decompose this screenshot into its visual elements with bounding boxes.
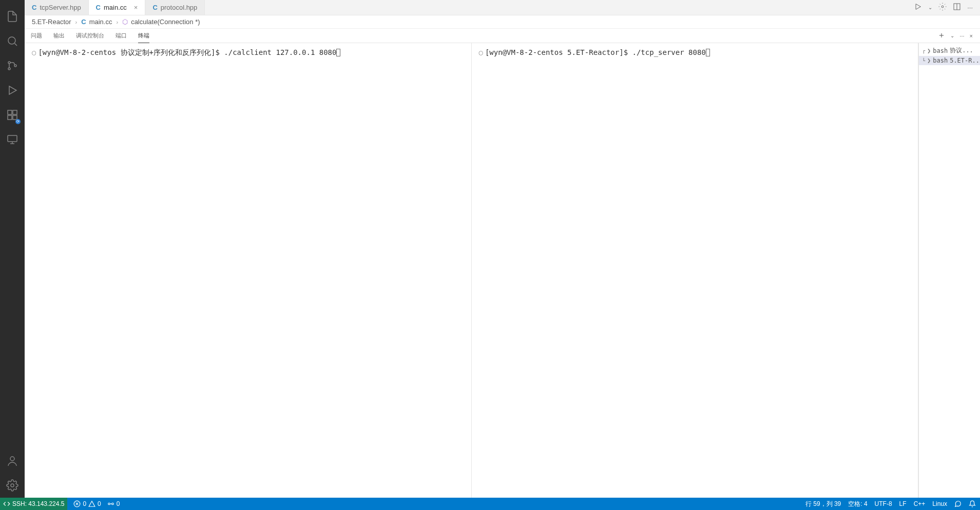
tab-output[interactable]: 输出 [53,29,65,43]
svg-point-25 [112,503,114,505]
terminal-cursor [336,49,340,56]
terminal-label: 5.ET-R... [950,57,980,64]
svg-rect-7 [13,110,17,114]
svg-rect-6 [8,110,12,114]
breadcrumb-folder[interactable]: 5.ET-Reactor [32,18,71,26]
status-language[interactable]: C++ [914,500,926,507]
status-cursor[interactable]: 行 59，列 39 [805,500,841,508]
terminal-body: ○[wyn@VM-8-2-centos 协议定制+序列化和反序列化]$ ./ca… [25,43,980,498]
breadcrumb-file[interactable]: main.cc [89,18,112,26]
svg-point-3 [8,68,10,70]
cpp-file-icon: C [96,4,101,11]
remote-explorer-icon[interactable] [0,127,25,152]
tab-label: tcpServer.hpp [40,4,81,11]
svg-point-2 [8,62,10,64]
main-area: C tcpServer.hpp C main.cc × C protocol.h… [25,0,980,498]
new-terminal-icon[interactable] [938,32,945,40]
tab-ports[interactable]: 端口 [116,29,127,43]
tab-terminal[interactable]: 终端 [138,29,149,43]
tab-main[interactable]: C main.cc × [89,0,146,15]
chevron-down-icon[interactable]: ⌄ [950,33,954,38]
status-os[interactable]: Linux [932,500,947,507]
more-icon[interactable]: ··· [967,4,973,11]
terminal-sidebar-item[interactable]: └ ❯ bash 5.ET-R... [919,56,980,65]
terminal-label: 协议... [950,46,973,55]
split-editor-icon[interactable] [953,3,961,12]
run-icon[interactable] [914,3,922,12]
tab-problems[interactable]: 问题 [31,29,42,43]
tree-branch-icon: ┌ [922,48,925,53]
breadcrumb-symbol[interactable]: calculate(Connection *) [131,18,200,26]
bash-icon: ❯ [927,57,931,64]
panel: 问题 输出 调试控制台 端口 终端 ⌄ ··· × ○[wyn@VM-8-2-c… [25,29,980,498]
svg-point-24 [108,503,110,505]
terminal-name: bash [933,57,948,64]
svg-point-16 [941,6,944,8]
feedback-icon[interactable] [954,500,962,507]
source-control-icon[interactable] [0,53,25,78]
cpp-file-icon: C [32,4,36,11]
tree-branch-icon: └ [922,58,925,64]
terminal-prompt: [wyn@VM-8-2-centos 协议定制+序列化和反序列化]$ [38,48,224,56]
svg-point-4 [14,65,16,67]
editor-actions: ⌄ ··· [914,0,980,15]
settings-gear-icon[interactable] [0,473,25,498]
tab-tcpserver[interactable]: C tcpServer.hpp [25,0,89,15]
run-debug-icon[interactable] [0,78,25,103]
svg-point-14 [11,484,14,487]
terminal-name: bash [933,47,948,54]
warning-count: 0 [98,500,101,507]
tab-debug-console[interactable]: 调试控制台 [76,29,104,43]
tab-protocol[interactable]: C protocol.hpp [145,0,205,15]
notifications-icon[interactable] [969,500,976,507]
remote-label: SSH: 43.143.224.5 [12,500,64,507]
close-icon[interactable]: × [134,4,138,11]
circle-icon: ○ [479,48,483,56]
chevron-right-icon: › [116,19,118,25]
port-count: 0 [117,500,120,507]
cpp-file-icon: C [152,4,157,11]
terminal-pane-left[interactable]: ○[wyn@VM-8-2-centos 协议定制+序列化和反序列化]$ ./ca… [25,43,472,498]
svg-point-13 [10,457,14,461]
search-icon[interactable] [0,29,25,53]
account-icon[interactable] [0,448,25,473]
method-icon: ⬡ [122,18,128,26]
activity-bar: ⟳ [0,0,25,498]
svg-line-1 [15,44,17,46]
terminal-sidebar-item[interactable]: ┌ ❯ bash 协议... [919,45,980,56]
terminal-sidebar: ┌ ❯ bash 协议... └ ❯ bash 5.ET-R... [918,43,980,498]
chevron-down-icon[interactable]: ⌄ [928,5,932,10]
panel-tabs: 问题 输出 调试控制台 端口 终端 ⌄ ··· × [25,29,980,43]
svg-rect-10 [8,135,17,142]
cpp-file-icon: C [81,18,86,26]
remote-indicator[interactable]: SSH: 43.143.224.5 [0,498,67,510]
status-problems[interactable]: 0 0 [73,500,101,507]
breadcrumb[interactable]: 5.ET-Reactor › C main.cc › ⬡ calculate(C… [25,15,980,29]
terminal-prompt: [wyn@VM-8-2-centos 5.ET-Reactor]$ [485,48,632,56]
terminal-command: ./calclient 127.0.0.1 8080 [224,48,336,56]
svg-marker-15 [916,4,920,10]
status-ports[interactable]: 0 [107,500,120,507]
settings-gear-icon[interactable] [938,3,947,12]
terminal-pane-right[interactable]: ○[wyn@VM-8-2-centos 5.ET-Reactor]$ ./tcp… [472,43,919,498]
more-icon[interactable]: ··· [959,33,964,39]
tab-label: main.cc [104,4,127,11]
svg-point-0 [8,37,15,44]
terminal-cursor [706,49,710,56]
svg-rect-8 [8,115,12,120]
error-count: 0 [83,500,86,507]
chevron-right-icon: › [75,19,78,25]
explorer-icon[interactable] [0,4,25,29]
tab-label: protocol.hpp [161,4,198,11]
bash-icon: ❯ [927,47,931,54]
svg-marker-5 [9,86,16,94]
status-encoding[interactable]: UTF-8 [875,500,892,507]
terminal-command: ./tcp_server 8080 [632,48,706,56]
status-indent[interactable]: 空格: 4 [848,500,867,508]
extensions-icon[interactable]: ⟳ [0,103,25,127]
status-bar: SSH: 43.143.224.5 0 0 0 行 59，列 39 空格: 4 … [0,498,980,510]
status-eol[interactable]: LF [899,500,907,507]
editor-tabs: C tcpServer.hpp C main.cc × C protocol.h… [25,0,980,15]
close-panel-icon[interactable]: × [970,33,973,39]
circle-icon: ○ [32,48,36,56]
